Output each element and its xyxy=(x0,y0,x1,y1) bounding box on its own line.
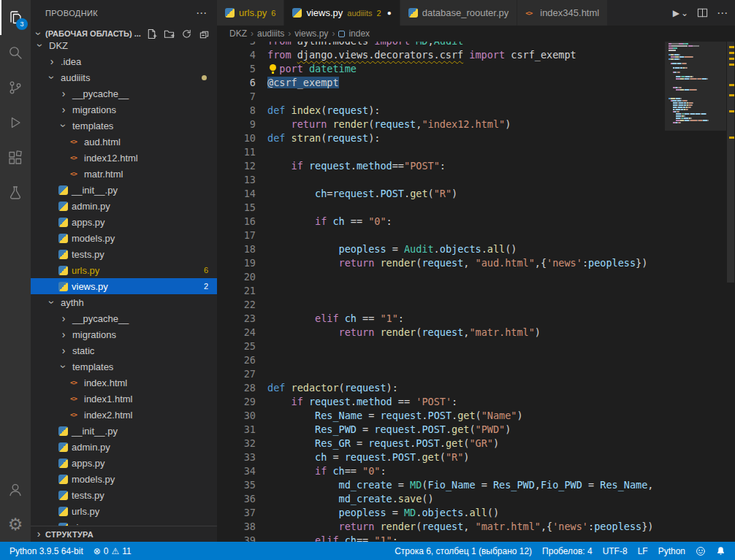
code-line[interactable]: 8def index(request): xyxy=(217,104,665,118)
search-icon[interactable] xyxy=(0,35,31,70)
tab-database_roouter.py[interactable]: database_roouter.py xyxy=(400,0,517,26)
tree-item-templates[interactable]: templates xyxy=(31,118,217,134)
testing-icon[interactable] xyxy=(0,175,31,210)
tab-index345.html[interactable]: index345.html xyxy=(517,0,607,26)
tree-item-DKZ[interactable]: DKZ xyxy=(31,42,217,53)
collapse-all-icon[interactable] xyxy=(199,28,210,39)
tab-views.py[interactable]: views.pyaudiiits2 xyxy=(284,0,399,26)
code-line[interactable]: 27 xyxy=(217,367,665,381)
code-line[interactable]: 35 md_create = MD(Fio_Name = Res_PWD,Fio… xyxy=(217,478,665,492)
tree-item-matr.html[interactable]: matr.html xyxy=(31,166,217,182)
tree-item-aythh[interactable]: aythh xyxy=(31,294,217,310)
tree-item-index.html[interactable]: index.html xyxy=(31,375,217,391)
tree-item-apps.py[interactable]: apps.py xyxy=(31,455,217,471)
refresh-icon[interactable] xyxy=(181,28,192,39)
tree-item-__init__.py[interactable]: __init__.py xyxy=(31,182,217,198)
tree-item-aud.html[interactable]: aud.html xyxy=(31,134,217,150)
code-line[interactable]: 22 xyxy=(217,298,665,312)
account-icon[interactable] xyxy=(0,472,31,507)
code-line[interactable]: 28def redactor(request): xyxy=(217,381,665,395)
outline-section-header[interactable]: СТРУКТУРА xyxy=(31,526,217,542)
tree-item-tests.py[interactable]: tests.py xyxy=(31,487,217,503)
code-line[interactable]: 5import datetime xyxy=(217,62,665,76)
breadcrumb-item[interactable]: views.py xyxy=(294,28,328,39)
tree-item-urls.py[interactable]: urls.py xyxy=(31,503,217,519)
scrollbar-thumb[interactable] xyxy=(727,42,734,283)
tree-item-models.py[interactable]: models.py xyxy=(31,471,217,487)
code-line[interactable]: 34 if ch== "0": xyxy=(217,464,665,478)
code-line[interactable]: 36 md_create.save() xyxy=(217,492,665,506)
tree-item-index1.html[interactable]: index1.html xyxy=(31,391,217,407)
code-line[interactable]: 24 return render(request,"matr.html") xyxy=(217,326,665,340)
source-control-icon[interactable] xyxy=(0,70,31,105)
code-line[interactable]: 15 xyxy=(217,201,665,215)
code-line[interactable]: 3from aythh.models import MD,Audit xyxy=(217,42,665,48)
more-actions-icon[interactable] xyxy=(717,7,728,20)
code-line[interactable]: 23 elif ch == "1": xyxy=(217,312,665,326)
tree-item-audiiits[interactable]: audiiits xyxy=(31,69,217,85)
code-line[interactable]: 7 xyxy=(217,90,665,104)
run-debug-icon[interactable] xyxy=(0,105,31,140)
python-version-status[interactable]: Python 3.9.5 64-bit xyxy=(4,542,88,560)
code-line[interactable]: 26 xyxy=(217,353,665,367)
lightbulb-icon[interactable] xyxy=(267,64,280,74)
tree-item-__pycache__[interactable]: __pycache__ xyxy=(31,85,217,101)
feedback-smiley-icon[interactable] xyxy=(690,542,711,560)
tree-item-migrations[interactable]: migrations xyxy=(31,326,217,342)
code-line[interactable]: 30 Res_Name = request.POST.get("Name") xyxy=(217,409,665,423)
tree-item-models.py[interactable]: models.py xyxy=(31,230,217,246)
tree-item-index12.html[interactable]: index12.html xyxy=(31,150,217,166)
code-line[interactable]: 33 ch = request.POST.get("R") xyxy=(217,450,665,464)
new-folder-icon[interactable] xyxy=(164,28,175,39)
code-line[interactable]: 25 xyxy=(217,340,665,353)
code-line[interactable]: 32 Res_GR = request.POST.get("GR") xyxy=(217,437,665,450)
tree-item-views.py[interactable]: views.py xyxy=(31,519,217,526)
code-line[interactable]: 13 xyxy=(217,173,665,187)
workspace-section-header[interactable]: (РАБОЧАЯ ОБЛАСТЬ) ... xyxy=(31,26,217,42)
code-line[interactable]: 29 if request.method == 'POST': xyxy=(217,395,665,409)
code-line[interactable]: 20 xyxy=(217,270,665,284)
code-editor[interactable]: 3from aythh.models import MD,Audit4from … xyxy=(217,42,665,542)
overview-ruler[interactable] xyxy=(726,42,735,542)
eol-status[interactable]: LF xyxy=(633,542,653,560)
code-line[interactable]: 21 xyxy=(217,284,665,298)
code-line[interactable]: 9 return render(request,"index12.html") xyxy=(217,118,665,131)
tree-item-admin.py[interactable]: admin.py xyxy=(31,439,217,455)
code-line[interactable]: 14 ch=request.POST.get("R") xyxy=(217,187,665,201)
code-line[interactable]: 17 xyxy=(217,229,665,242)
tree-item-__init__.py[interactable]: __init__.py xyxy=(31,423,217,439)
indentation-status[interactable]: Пробелов: 4 xyxy=(537,542,598,560)
tree-item-__pycache__[interactable]: __pycache__ xyxy=(31,310,217,326)
tree-item-apps.py[interactable]: apps.py xyxy=(31,214,217,230)
minimap[interactable] xyxy=(665,42,726,542)
code-line[interactable]: 6@csrf_exempt xyxy=(217,76,665,90)
tree-item-urls.py[interactable]: urls.py6 xyxy=(31,262,217,278)
tab-urls.py[interactable]: urls.py6 xyxy=(217,0,283,26)
code-line[interactable]: 39 elif ch== "1": xyxy=(217,534,665,542)
tree-item-index2.html[interactable]: index2.html xyxy=(31,407,217,423)
tree-item-migrations[interactable]: migrations xyxy=(31,101,217,118)
run-python-file-button[interactable] xyxy=(673,7,688,18)
problems-status[interactable]: 0 11 xyxy=(88,542,137,560)
code-line[interactable]: 4from django.views.decorators.csrf impor… xyxy=(217,48,665,62)
cursor-position-status[interactable]: Строка 6, столбец 1 (выбрано 12) xyxy=(389,542,537,560)
tree-item-static[interactable]: static xyxy=(31,342,217,358)
breadcrumb-item[interactable]: index xyxy=(349,28,370,39)
code-line[interactable]: 12 if request.method=="POST": xyxy=(217,159,665,173)
notifications-bell-icon[interactable] xyxy=(711,542,731,560)
code-line[interactable]: 10def stran(request): xyxy=(217,131,665,145)
split-editor-icon[interactable] xyxy=(697,7,708,18)
language-mode-status[interactable]: Python xyxy=(653,542,690,560)
code-line[interactable]: 37 peopless = MD.objects.all() xyxy=(217,506,665,520)
tree-item-templates[interactable]: templates xyxy=(31,358,217,375)
code-line[interactable]: 19 return render(request, "aud.html",{'n… xyxy=(217,256,665,270)
minimap-slider[interactable] xyxy=(665,42,726,131)
code-line[interactable]: 18 peopless = Audit.objects.all() xyxy=(217,242,665,256)
settings-gear-icon[interactable] xyxy=(0,507,31,542)
breadcrumb-item[interactable]: DKZ xyxy=(229,28,247,39)
tree-item-.idea[interactable]: .idea xyxy=(31,53,217,69)
code-line[interactable]: 38 return render(request, "matr.html",{'… xyxy=(217,520,665,534)
new-file-icon[interactable] xyxy=(146,28,157,39)
explorer-icon[interactable]: 3 xyxy=(0,0,31,35)
code-line[interactable]: 11 xyxy=(217,145,665,159)
